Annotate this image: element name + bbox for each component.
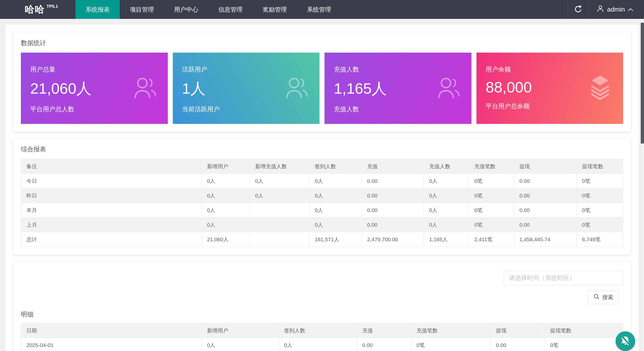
table-cell	[250, 218, 309, 232]
column-header: 充值笔数	[469, 159, 514, 174]
detail-panel-title: 明细	[21, 311, 623, 318]
table-cell: 6,749笔	[577, 232, 623, 247]
users-icon	[282, 73, 311, 103]
column-header: 提现	[491, 323, 545, 338]
stat-card-active-users: 活跃用户 1人 当前活跃用户	[173, 53, 320, 124]
table-cell: 0.00	[491, 338, 545, 351]
table-cell: 0.00	[362, 218, 424, 232]
top-navbar: 哈哈 TP5.1 系统报表 项目管理 用户中心 信息管理 奖励管理 系统管理	[0, 0, 644, 19]
table-cell: 0笔	[469, 218, 514, 232]
user-menu[interactable]: admin	[589, 0, 644, 19]
table-cell: 0人	[250, 188, 309, 203]
nav-tab-system-management[interactable]: 系统管理	[297, 0, 341, 19]
column-header: 日期	[21, 323, 202, 338]
table-cell: 0人	[424, 188, 469, 203]
table-cell: 本月	[21, 203, 202, 218]
table-cell: 0.00	[362, 203, 424, 218]
stat-card-recharge-users: 充值人数 1,165人 充值人数	[325, 53, 471, 124]
table-cell	[250, 203, 309, 218]
refresh-icon	[573, 4, 583, 15]
table-cell: 0人	[424, 218, 469, 232]
search-button[interactable]: 搜索	[588, 291, 618, 304]
chevron-up-icon	[628, 6, 633, 13]
table-cell: 0人	[309, 203, 362, 218]
users-icon	[130, 73, 159, 103]
table-cell: 0人	[202, 218, 250, 232]
table-row: 总计 21,060人 161,571人 2,479,700.00 1,165人 …	[21, 232, 623, 247]
table-cell: 总计	[21, 232, 202, 247]
stats-panel-title: 数据统计	[21, 40, 623, 46]
summary-header-row: 备注 新增用户 新增充值人数 签到人数 充值 充值人数 充值笔数 提现 提现笔数	[21, 159, 623, 174]
table-row: 昨日 0人 0人 0人 0.00 0人 0笔 0.00 0笔	[21, 188, 623, 203]
search-button-label: 搜索	[602, 294, 613, 301]
column-header: 新增充值人数	[250, 159, 309, 174]
main-content: 数据统计 用户总量 21,060人 平台用户总人数 活跃用户 1人	[6, 25, 638, 351]
summary-panel-title: 综合报表	[21, 146, 623, 152]
table-cell: 0笔	[469, 188, 514, 203]
detail-panel: 搜索 明细 日期 新增用户 签到人数 充值 充值笔数 提现 提现笔数	[13, 262, 631, 351]
table-cell: 0.00	[362, 174, 424, 188]
table-cell: 0.00	[514, 218, 577, 232]
table-row: 今日 0人 0人 0人 0.00 0人 0笔 0.00 0笔	[21, 174, 623, 188]
layers-icon	[586, 73, 615, 103]
search-button-row: 搜索	[21, 291, 618, 304]
table-cell: 0人	[250, 174, 309, 188]
table-cell: 2025-04-01	[21, 338, 202, 351]
table-cell: 今日	[21, 174, 202, 188]
column-header: 充值人数	[424, 159, 469, 174]
stat-card-title: 充值人数	[334, 65, 471, 74]
main-nav: 系统报表 项目管理 用户中心 信息管理 奖励管理 系统管理	[75, 0, 341, 19]
table-row: 本月 0人 0人 0.00 0人 0笔 0.00 0笔	[21, 203, 623, 218]
table-cell: 0笔	[469, 174, 514, 188]
table-cell: 0笔	[411, 338, 491, 351]
refresh-button[interactable]	[567, 0, 589, 19]
table-cell: 0人	[279, 338, 357, 351]
stat-card-subtitle: 当前活跃用户	[182, 105, 320, 113]
stat-card-title: 用户总量	[30, 65, 168, 74]
table-cell: 0人	[424, 203, 469, 218]
table-cell: 0.00	[362, 188, 424, 203]
bell-slash-icon	[620, 335, 631, 347]
summary-table: 备注 新增用户 新增充值人数 签到人数 充值 充值人数 充值笔数 提现 提现笔数…	[21, 159, 623, 247]
nav-tab-reward-management[interactable]: 奖励管理	[253, 0, 297, 19]
column-header: 新增用户	[202, 323, 278, 338]
nav-tab-user-center[interactable]: 用户中心	[164, 0, 208, 19]
summary-panel: 综合报表 备注 新增用户 新增充值人数 签到人数 充值 充值人数 充值笔数 提现…	[13, 139, 631, 255]
table-cell: 0笔	[577, 218, 623, 232]
column-header: 充值	[362, 159, 424, 174]
app-logo[interactable]: 哈哈 TP5.1	[0, 0, 75, 19]
table-cell: 0人	[202, 188, 250, 203]
table-cell: 21,060人	[202, 232, 250, 247]
table-cell: 1,458,445.74	[514, 232, 577, 247]
page-scrollbar[interactable]	[641, 19, 644, 351]
table-cell: 昨日	[21, 188, 202, 203]
app-version-label: TP5.1	[47, 4, 58, 9]
table-cell: 0人	[202, 338, 278, 351]
table-cell: 0人	[202, 174, 250, 188]
table-row: 上月 0人 0人 0.00 0人 0笔 0.00 0笔	[21, 218, 623, 232]
table-cell: 0笔	[577, 203, 623, 218]
stat-card-user-balance: 用户余额 88,000 平台用户总余额	[476, 53, 623, 124]
column-header: 备注	[21, 159, 202, 174]
table-cell: 上月	[21, 218, 202, 232]
time-range-input[interactable]	[504, 270, 623, 286]
table-cell: 0笔	[545, 338, 623, 351]
table-cell: 161,571人	[309, 232, 362, 247]
nav-tab-system-report[interactable]: 系统报表	[75, 0, 120, 19]
scrollbar-thumb[interactable]	[641, 23, 644, 144]
nav-tab-info-management[interactable]: 信息管理	[208, 0, 253, 19]
table-cell	[250, 232, 309, 247]
stat-card-subtitle: 平台用户总人数	[30, 105, 168, 113]
column-header: 提现笔数	[577, 159, 623, 174]
stat-card-total-users: 用户总量 21,060人 平台用户总人数	[21, 53, 168, 124]
stat-card-title: 用户余额	[486, 65, 623, 74]
table-cell: 0笔	[577, 174, 623, 188]
notification-fab[interactable]	[616, 331, 635, 351]
table-cell: 2,479,700.00	[362, 232, 424, 247]
stats-panel: 数据统计 用户总量 21,060人 平台用户总人数 活跃用户 1人	[13, 33, 631, 132]
column-header: 提现笔数	[545, 323, 623, 338]
username-label: admin	[607, 6, 625, 13]
detail-table: 日期 新增用户 签到人数 充值 充值笔数 提现 提现笔数 2025-04-01 …	[21, 323, 623, 351]
nav-tab-project-management[interactable]: 项目管理	[120, 0, 164, 19]
table-cell: 0笔	[469, 203, 514, 218]
